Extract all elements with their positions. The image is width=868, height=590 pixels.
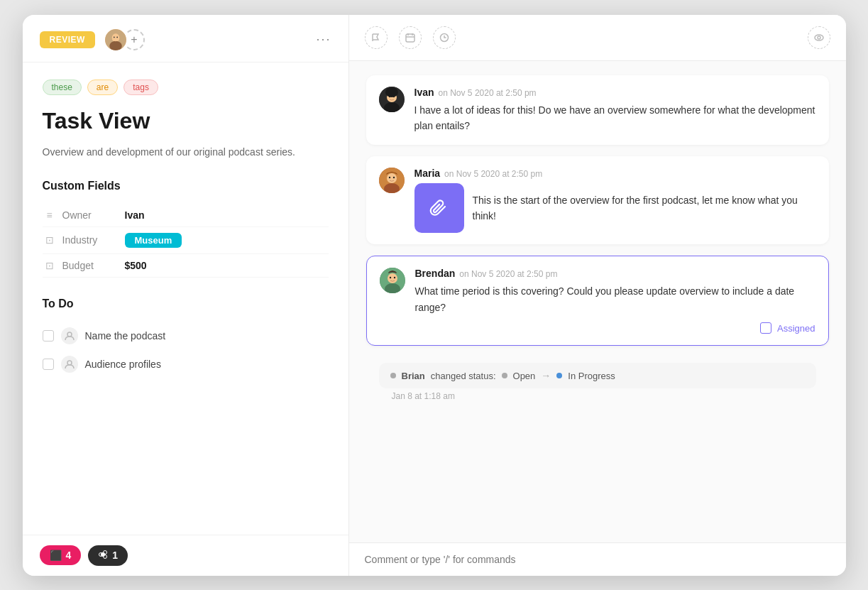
user-avatar-svg	[105, 28, 126, 52]
svg-point-24	[385, 87, 398, 97]
custom-fields-section: Custom Fields ≡ Owner Ivan ⊡ Industry Mu…	[43, 180, 329, 278]
maria-avatar-svg	[379, 168, 405, 193]
status-to: In Progress	[568, 371, 615, 381]
svg-point-18	[818, 36, 820, 39]
status-change-row: Brian changed status: Open → In Progress	[379, 363, 816, 388]
maria-author: Maria	[414, 168, 441, 179]
paperclip-icon	[429, 198, 449, 218]
budget-icon: ⊡	[43, 260, 57, 271]
svg-point-34	[393, 277, 395, 278]
more-options-button[interactable]: ···	[316, 32, 331, 47]
svg-point-33	[389, 277, 390, 278]
eye-button[interactable]	[808, 26, 830, 49]
custom-fields-title: Custom Fields	[43, 180, 329, 192]
svg-point-2	[109, 40, 122, 50]
field-industry: ⊡ Industry Museum	[43, 227, 329, 254]
owner-icon: ≡	[43, 209, 57, 221]
clock-button[interactable]	[433, 26, 456, 49]
avatar-ivan	[379, 87, 405, 112]
status-author: Brian	[402, 371, 425, 381]
task-description: Overview and development of our original…	[43, 144, 329, 160]
tag-tags[interactable]: tags	[123, 80, 158, 95]
left-content: these are tags Task View Overview and de…	[23, 62, 348, 535]
industry-icon: ⊡	[43, 234, 57, 246]
todo-checkbox-1[interactable]	[43, 330, 54, 342]
eye-icon	[814, 33, 824, 43]
avatar-maria	[379, 168, 405, 193]
status-from: Open	[513, 371, 536, 381]
flag-button[interactable]	[365, 26, 388, 49]
svg-point-7	[67, 361, 72, 365]
assigned-row: Assigned	[415, 322, 815, 334]
right-footer	[349, 542, 846, 576]
industry-label: Industry	[62, 234, 119, 246]
svg-point-27	[387, 173, 397, 183]
tag-are[interactable]: are	[87, 80, 118, 95]
maria-text: This is the start of the overview for th…	[473, 192, 816, 224]
right-panel: Ivan on Nov 5 2020 at 2:50 pm I have a l…	[349, 15, 846, 576]
status-change-date: Jan 8 at 1:18 am	[392, 391, 816, 401]
todo-item-name-podcast: Name the podcast	[43, 322, 329, 350]
avatar-brendan	[380, 268, 405, 293]
comment-header-ivan: Ivan on Nov 5 2020 at 2:50 pm	[414, 87, 816, 98]
app-window: REVIEW + ···	[23, 15, 846, 576]
status-dot-open	[502, 373, 507, 378]
comment-maria: Maria on Nov 5 2020 at 2:50 pm This is t…	[366, 156, 829, 244]
svg-point-11	[104, 555, 107, 558]
comment-body-ivan: Ivan on Nov 5 2020 at 2:50 pm I have a l…	[414, 87, 816, 134]
field-owner: ≡ Owner Ivan	[43, 204, 329, 227]
figma-icon	[98, 550, 108, 562]
industry-value[interactable]: Museum	[125, 233, 182, 248]
todo-section: To Do Name the podcast	[43, 297, 329, 378]
status-action: changed status:	[431, 371, 496, 381]
avatar-user	[104, 28, 128, 52]
assigned-checkbox[interactable]	[760, 322, 771, 334]
calendar-icon	[405, 33, 415, 43]
svg-point-29	[392, 177, 394, 178]
svg-point-10	[104, 550, 107, 554]
tag-these[interactable]: these	[43, 80, 82, 95]
attachment-thumb[interactable]	[414, 183, 464, 233]
comment-header-brendan: Brendan on Nov 5 2020 at 2:50 pm	[415, 268, 815, 279]
status-dot-gray	[390, 373, 396, 378]
owner-value[interactable]: Ivan	[125, 209, 145, 221]
ivan-avatar-svg	[379, 87, 405, 112]
brendan-avatar-svg	[380, 268, 405, 293]
budget-value[interactable]: $500	[125, 260, 147, 271]
todo-user-icon-2	[61, 356, 78, 373]
flag-icon	[371, 33, 381, 43]
comments-area: Ivan on Nov 5 2020 at 2:50 pm I have a l…	[349, 61, 846, 542]
todo-text-1: Name the podcast	[85, 330, 166, 342]
right-header	[349, 15, 846, 61]
tags-row: these are tags	[43, 80, 329, 95]
clock-icon	[439, 33, 449, 43]
svg-point-28	[388, 177, 390, 178]
review-badge[interactable]: REVIEW	[40, 31, 95, 48]
comment-brendan: Brendan on Nov 5 2020 at 2:50 pm What ti…	[366, 256, 829, 346]
person-icon-1	[65, 331, 75, 341]
todo-user-icon-1	[61, 327, 78, 344]
calendar-button[interactable]	[399, 26, 422, 49]
figma-badge[interactable]: 1	[88, 545, 128, 566]
svg-rect-12	[406, 34, 414, 42]
status-change-wrapper: Brian changed status: Open → In Progress…	[366, 357, 829, 414]
maria-time: on Nov 5 2020 at 2:50 pm	[444, 169, 542, 179]
left-header: REVIEW + ···	[23, 15, 348, 62]
comment-ivan: Ivan on Nov 5 2020 at 2:50 pm I have a l…	[366, 75, 829, 146]
comment-body-maria: Maria on Nov 5 2020 at 2:50 pm This is t…	[414, 168, 816, 233]
comment-header-maria: Maria on Nov 5 2020 at 2:50 pm	[414, 168, 816, 179]
brendan-time: on Nov 5 2020 at 2:50 pm	[459, 269, 557, 279]
field-budget: ⊡ Budget $500	[43, 254, 329, 278]
svg-point-3	[112, 34, 119, 41]
comment-input[interactable]	[365, 554, 830, 565]
person-icon-2	[65, 359, 75, 369]
todo-checkbox-2[interactable]	[43, 359, 54, 370]
svg-point-5	[116, 36, 118, 38]
notion-badge[interactable]: ⬛ 4	[40, 545, 82, 565]
figma-svg	[98, 550, 108, 559]
svg-point-6	[67, 332, 72, 337]
todo-item-audience-profiles: Audience profiles	[43, 350, 329, 378]
svg-point-4	[114, 36, 115, 38]
owner-label: Owner	[62, 209, 119, 221]
notion-icon: ⬛	[50, 550, 62, 561]
